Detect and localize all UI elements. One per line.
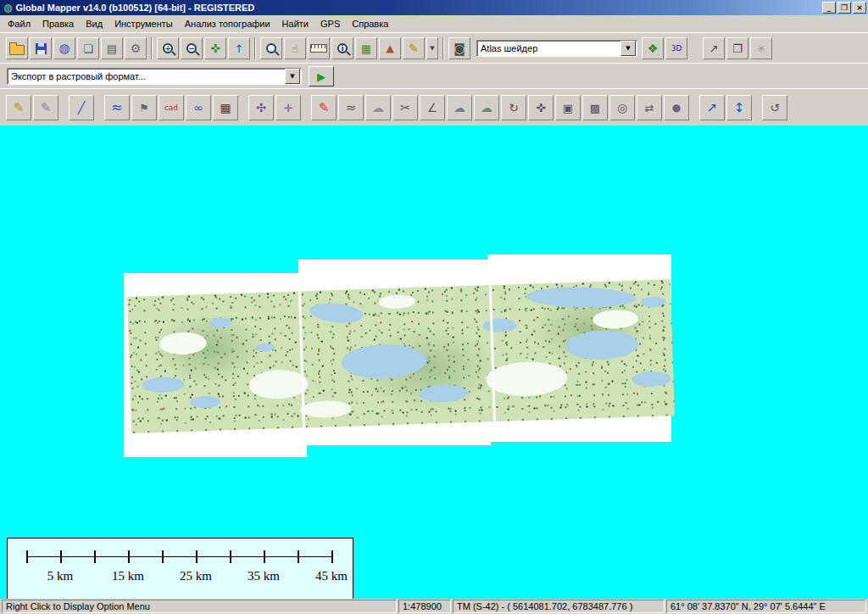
menu-gps[interactable]: GPS	[314, 16, 346, 31]
app-window: ◍ Global Mapper v14.0 (b100512) [64-bit]…	[0, 0, 868, 614]
create-grid-button[interactable]: ▦	[213, 95, 238, 120]
trace-button[interactable]: ≈	[338, 95, 364, 120]
path-profile-button[interactable]: ▲	[379, 37, 401, 59]
shader-combo[interactable]: Atlas шейдер ▼	[476, 40, 637, 57]
info-icon: i	[337, 43, 348, 53]
buffer-button[interactable]: ◎	[609, 95, 635, 120]
lake-shape	[565, 330, 639, 361]
overlay-control-button[interactable]: ▤	[101, 37, 123, 59]
zoom-tool-icon	[266, 43, 276, 53]
measure-bearing-button[interactable]: ↗	[699, 95, 725, 120]
zoom-out-button[interactable]: −	[181, 37, 203, 59]
export-format-combo[interactable]: Экспорт в растровый формат... ▼	[7, 68, 302, 85]
digitizer-tool-button[interactable]: ✎	[403, 37, 425, 59]
digitizer-options-button[interactable]: ▼	[426, 37, 438, 59]
move-icon: ✜	[536, 102, 546, 114]
zoom-tool-button[interactable]	[260, 37, 282, 59]
shader-options-button[interactable]: ❖	[642, 37, 664, 59]
new-map-view-button[interactable]: ❏	[77, 37, 99, 59]
3d-window-button[interactable]: ❐	[726, 37, 748, 59]
offset-icon: ⇄	[645, 103, 654, 114]
profile-chart-button[interactable]: ↗	[703, 37, 725, 59]
minimize-button[interactable]: _	[822, 2, 836, 14]
coverage-grid-button[interactable]: ▦	[355, 37, 377, 59]
map-clearing	[486, 360, 568, 397]
full-extent-icon: ✜	[210, 42, 220, 54]
crop-button[interactable]: ▩	[582, 95, 608, 120]
erase-button[interactable]: ☁	[365, 95, 391, 120]
full-extent-button[interactable]: ✜	[204, 37, 226, 59]
run-export-button[interactable]: ▶	[309, 66, 334, 87]
merge-button[interactable]: ☁	[447, 95, 472, 120]
vertices-icon: ✣	[256, 102, 266, 114]
scalebar-label: 5 km	[47, 569, 73, 583]
zoom-in-button[interactable]: +	[157, 37, 179, 59]
create-spline-button[interactable]: ≈	[104, 95, 130, 120]
chevron-down-icon[interactable]: ▼	[620, 41, 636, 56]
terrain-icon: ▲	[386, 43, 393, 53]
create-line-button[interactable]: ╱	[69, 95, 94, 120]
edit-vertices-button[interactable]: ✣	[248, 95, 274, 120]
offset-button[interactable]: ⇄	[637, 95, 662, 120]
asterisk-icon: ✳	[757, 43, 766, 54]
ellipse-icon: ∞	[193, 102, 203, 114]
open-file-button[interactable]	[6, 37, 28, 59]
undo-icon: ↺	[770, 102, 780, 114]
pencil-yellow-icon: ✎	[14, 102, 25, 114]
add-vertex-button[interactable]: ✛	[275, 95, 301, 120]
split-button[interactable]: ∠	[420, 95, 445, 120]
3d-icon: 3D	[671, 45, 682, 53]
pencil-icon: ✎	[409, 42, 419, 54]
lake-shape	[209, 317, 231, 328]
monitor-icon: ❐	[732, 43, 743, 54]
create-cad-button[interactable]: cad	[159, 95, 184, 120]
rotate-button[interactable]: ↻	[501, 95, 526, 120]
undo-edit-button[interactable]: ↺	[762, 95, 787, 120]
topo-map-image	[127, 279, 675, 433]
menu-search[interactable]: Найти	[276, 16, 314, 31]
map-clearing	[248, 369, 309, 399]
paint-bucket-button[interactable]: ●	[664, 95, 689, 120]
blob-icon: ●	[672, 103, 681, 113]
configuration-button[interactable]: ⚙	[125, 37, 147, 59]
view-3d-button[interactable]: 3D	[665, 37, 687, 59]
menu-file[interactable]: Файл	[2, 16, 36, 31]
menu-tools[interactable]: Инструменты	[108, 16, 179, 31]
imagery-button[interactable]: ◙	[448, 37, 470, 59]
map-canvas[interactable]: 5 km15 km25 km35 km45 km	[0, 126, 868, 599]
floppy-icon	[36, 43, 47, 54]
feature-info-button[interactable]: i	[331, 37, 353, 59]
measure-height-button[interactable]: ↕	[726, 95, 752, 120]
maximize-button[interactable]: ❐	[837, 2, 851, 14]
pan-tool-button[interactable]: ☝	[284, 37, 306, 59]
buffer-icon: ◎	[617, 102, 627, 114]
save-button[interactable]	[30, 37, 52, 59]
pencil-red-icon: ✎	[319, 102, 330, 114]
create-point-button[interactable]: ✎	[6, 95, 31, 120]
sketch-button[interactable]: ✎	[311, 95, 337, 120]
copy-features-button[interactable]: ☁	[474, 95, 499, 120]
tools-extra-button[interactable]: ✳	[750, 37, 772, 59]
create-ellipse-button[interactable]: ∞	[186, 95, 211, 120]
create-flag-button[interactable]: ⚑	[131, 95, 157, 120]
edit-features-button[interactable]: ✎	[33, 95, 58, 120]
previous-view-button[interactable]: ↑	[228, 37, 250, 59]
toolbar-sep	[151, 37, 153, 59]
close-button[interactable]: ×	[853, 2, 866, 14]
lake-shape	[419, 384, 469, 403]
menu-view[interactable]: Вид	[80, 16, 108, 31]
menu-edit[interactable]: Правка	[36, 16, 80, 31]
shader-combo-value: Atlas шейдер	[477, 43, 620, 53]
cloud-icon: ☁	[372, 102, 384, 114]
cut-button[interactable]: ✂	[392, 95, 418, 120]
menu-help[interactable]: Справка	[346, 16, 394, 31]
online-data-button[interactable]: ◍	[53, 37, 75, 59]
chevron-down-icon[interactable]: ▼	[285, 69, 300, 84]
move-button[interactable]: ✜	[528, 95, 554, 120]
menu-terrain-analysis[interactable]: Анализ топографии	[179, 16, 276, 31]
measure-tool-button[interactable]	[308, 37, 330, 59]
gear-icon: ⚙	[131, 42, 142, 54]
export-toolbar: Экспорт в растровый формат... ▼ ▶	[0, 63, 868, 90]
green-grid-icon: ▦	[361, 43, 371, 54]
combine-button[interactable]: ▣	[555, 95, 581, 120]
